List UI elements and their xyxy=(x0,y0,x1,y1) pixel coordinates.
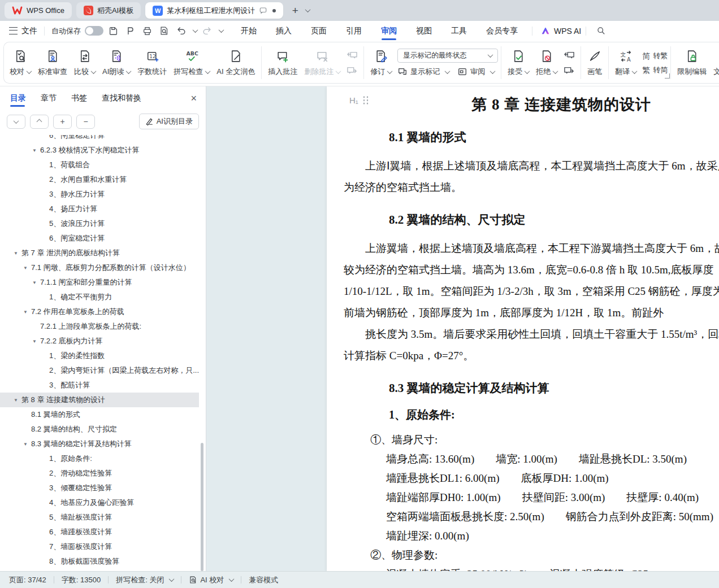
menu-tab[interactable]: 视图 xyxy=(406,21,441,41)
review-pane-button[interactable]: 审阅 xyxy=(457,67,495,77)
toc-item[interactable]: ▼ 第 8 章 连接建筑物的设计 xyxy=(0,393,199,407)
doc-text-line[interactable]: 第 8 章 连接建筑物的设计 xyxy=(344,94,719,115)
reject-revision-button[interactable]: 拒绝 xyxy=(532,46,561,79)
undo-icon[interactable] xyxy=(174,24,188,38)
ai-recognize-toc-button[interactable]: AI识别目录 xyxy=(139,114,199,129)
tab-current-document[interactable]: W 某水利枢纽工程泄水闸设计 xyxy=(145,2,283,19)
redo-icon[interactable] xyxy=(200,24,214,38)
menu-tab[interactable]: 工具 xyxy=(441,21,477,41)
next-revision-icon[interactable] xyxy=(562,65,576,76)
previous-heading-button[interactable] xyxy=(30,115,49,129)
menu-tab[interactable]: 引用 xyxy=(336,21,371,41)
ai-read-aloud-button[interactable]: AI朗读 xyxy=(99,46,134,79)
word-count-indicator[interactable]: 字数: 13500 xyxy=(62,575,101,585)
toc-item[interactable]: ▼ 7、墙面板强度计算 xyxy=(0,539,199,554)
file-menu-button[interactable]: 文件 xyxy=(7,26,40,36)
page-indicator[interactable]: 页面: 37/42 xyxy=(9,575,46,585)
toc-item[interactable]: ▼ 1、确定不平衡剪力 xyxy=(0,290,199,304)
new-tab-button[interactable]: + xyxy=(288,3,302,18)
menu-tab[interactable]: 页面 xyxy=(301,21,336,41)
doc-text-line[interactable]: 上游翼墙，根据上述墙顶及墙底高程，本工程下游翼墙挡土高度大于 6m，故采用 xyxy=(344,238,719,259)
toc-item[interactable]: ▼ 1、梁的柔性指数 xyxy=(0,349,199,363)
previous-comment-icon[interactable] xyxy=(345,50,359,61)
spell-check-status[interactable]: 拼写检查: 关闭 xyxy=(116,575,174,585)
collapse-arrow-icon[interactable]: ▼ xyxy=(32,280,40,285)
search-icon[interactable] xyxy=(596,26,606,36)
doc-text-line[interactable]: 1、原始条件: xyxy=(389,407,719,423)
toc-item[interactable]: ▼ 7.1.1 闸室和部分重量的计算 xyxy=(0,275,199,290)
ai-polish-button[interactable]: AI 全文润色 xyxy=(213,46,258,79)
chat-icon[interactable] xyxy=(259,6,267,15)
toc-item[interactable]: ▼ 6、闸室稳定计算 xyxy=(0,231,199,246)
compare-button[interactable]: 比较 xyxy=(71,46,99,79)
collapse-arrow-icon[interactable]: ▼ xyxy=(32,339,40,344)
next-comment-icon[interactable] xyxy=(345,65,359,76)
toc-item[interactable]: ▼ 2、梁内弯矩计算（因梁上荷载左右对称，只... xyxy=(0,363,199,378)
print-preview-icon[interactable] xyxy=(157,24,171,38)
tab-docer-templates[interactable]: 稻壳AI模板 xyxy=(76,2,141,19)
sidebar-tab[interactable]: 章节 xyxy=(41,86,57,110)
toc-item[interactable]: ▼ 2、水闸自重和水重计算 xyxy=(0,172,199,187)
toc-item[interactable]: ▼ 5、波浪压力计算 xyxy=(0,216,199,231)
toc-item[interactable]: ▼ 6.2.3 校核情况下水闸稳定计算 xyxy=(0,143,199,158)
doc-text-line[interactable]: 墙踵悬挑长DL1: 6.00(m) 底板厚DH: 1.00(m) xyxy=(386,469,719,488)
accept-revision-button[interactable]: 接受 xyxy=(504,46,532,79)
menu-tab[interactable]: 插入 xyxy=(266,21,301,41)
toc-item[interactable]: ▼ 7.1 闸墩、底板剪力分配系数的计算（设计水位） xyxy=(0,260,199,275)
toc-item[interactable]: ▼ 1、荷载组合 xyxy=(0,158,199,172)
toc-item[interactable]: ▼ 7.2 作用在单宽板条上的荷载 xyxy=(0,304,199,319)
collapse-arrow-icon[interactable]: ▼ xyxy=(23,310,31,315)
delete-comment-button[interactable]: 删除批注 xyxy=(301,46,344,79)
collapse-arrow-icon[interactable]: ▼ xyxy=(14,398,21,403)
markup-state-select[interactable]: 显示标记的最终状态 xyxy=(397,49,498,63)
insert-comment-button[interactable]: 插入批注 xyxy=(265,46,301,79)
traditional-to-simplified-button[interactable]: 繁 转简 xyxy=(642,65,668,75)
doc-text-line[interactable]: ②、物理参数: xyxy=(370,546,719,565)
doc-text-line[interactable]: 墙趾埋深: 0.00(m) xyxy=(386,526,719,546)
toc-item[interactable]: ▼ 3、静水压力计算 xyxy=(0,187,199,202)
toc-item[interactable]: ▼ 6、闸室稳定计算 xyxy=(0,135,199,143)
doc-text-line[interactable]: 8.3 翼墙的稳定计算及结构计算 xyxy=(389,380,719,396)
doc-text-line[interactable]: 为经济的空箱式挡土墙。 xyxy=(344,177,719,198)
undo-chevron-icon[interactable] xyxy=(193,27,198,33)
sidebar-tab[interactable]: 查找和替换 xyxy=(102,86,141,110)
previous-revision-icon[interactable] xyxy=(562,50,576,61)
redo-chevron-icon[interactable] xyxy=(219,27,224,33)
menu-tab[interactable]: 会员专享 xyxy=(477,21,527,41)
doc-text-line[interactable]: 墙趾端部厚DH0: 1.00(m) 扶壁间距: 3.00(m) 扶壁厚: 0.4… xyxy=(386,488,719,507)
toc-item[interactable]: ▼ 第 7 章 泄洪闸的底板结构计算 xyxy=(0,246,199,260)
doc-text-line[interactable]: 1/10-1/12L，取 1m。空箱间距为 1/3-2/3h，取 3m，空箱采用… xyxy=(344,281,719,302)
save-icon[interactable] xyxy=(106,24,120,38)
toc-item[interactable]: ▼ 8.3 翼墙的稳定计算及结构计算 xyxy=(0,437,199,451)
doc-text-line[interactable]: 8.1 翼墙的形式 xyxy=(389,129,719,145)
toc-item[interactable]: ▼ 6、墙踵板强度计算 xyxy=(0,525,199,539)
toc-item[interactable]: ▼ 3、配筋计算 xyxy=(0,378,199,393)
ink-brush-button[interactable]: 画笔 xyxy=(584,46,605,79)
translate-button[interactable]: 文A 翻译 xyxy=(612,46,640,79)
export-pdf-icon[interactable] xyxy=(123,24,137,38)
toc-item[interactable]: ▼ 4、扬压力计算 xyxy=(0,202,199,216)
toc-item[interactable]: ▼ 2、滑动稳定性验算 xyxy=(0,466,199,481)
proofread-button[interactable]: 校对 xyxy=(6,46,34,79)
toc-item[interactable]: ▼ 8.2 翼墙的结构、尺寸拟定 xyxy=(0,422,199,437)
doc-text-line[interactable]: 前墙为钢筋砼，顶部厚度为 1m，底部厚度为 1/12H，取 1m。前趾外 xyxy=(344,302,719,324)
tab-wps-office[interactable]: WPS Office xyxy=(5,2,72,19)
collapse-arrow-icon[interactable]: ▼ xyxy=(23,442,31,447)
track-changes-button[interactable]: 修订 xyxy=(367,46,395,79)
standard-review-button[interactable]: 标准审查 xyxy=(34,46,71,79)
collapse-arrow-icon[interactable]: ▼ xyxy=(32,148,40,153)
group-expand-icon[interactable] xyxy=(665,73,670,79)
toc-item[interactable]: ▼ 5、墙趾板强度计算 xyxy=(0,510,199,525)
collapse-arrow-icon[interactable]: ▼ xyxy=(23,265,31,271)
document-page[interactable]: H₁ 第 8 章 连接建筑物的设计8.1 翼墙的形式上游Ⅰ翼墙，根据上述墙顶及墙… xyxy=(327,86,719,572)
tab-list-chevron-icon[interactable] xyxy=(305,7,311,12)
toc-item[interactable]: ▼ 3、倾覆稳定性验算 xyxy=(0,481,199,495)
show-markup-button[interactable]: 显示标记 xyxy=(397,67,449,77)
simplified-to-traditional-button[interactable]: 简 转繁 xyxy=(642,51,668,61)
doc-text-line[interactable]: 空箱两端墙面板悬挑长度: 2.50(m) 钢筋合力点到外皮距离: 50(mm) xyxy=(386,507,719,526)
toc-item[interactable]: ▼ 7.2.2 底板内力计算 xyxy=(0,334,199,349)
toc-item[interactable]: ▼ 8.1 翼墙的形式 xyxy=(0,407,199,422)
ai-proofread-status[interactable]: AI 校对 xyxy=(189,575,233,585)
next-heading-button[interactable] xyxy=(7,115,25,129)
doc-text-line[interactable]: 墙身总高: 13.60(m) 墙宽: 1.00(m) 墙趾悬挑长DL: 3.50… xyxy=(386,450,719,469)
